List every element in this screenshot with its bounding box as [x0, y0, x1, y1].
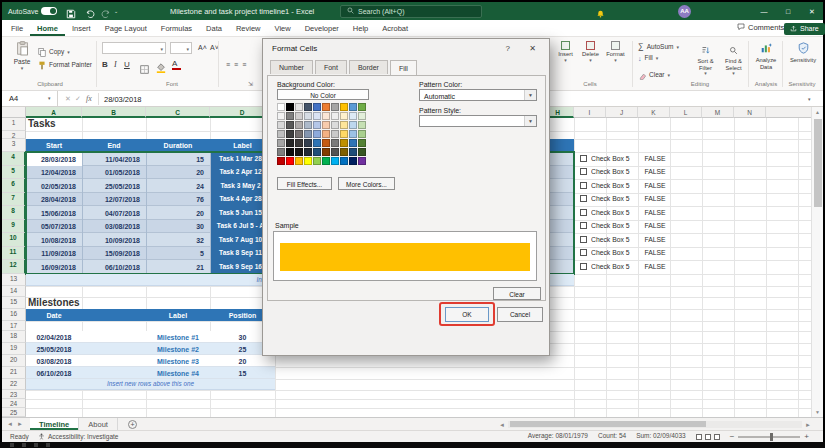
milestone-date-cell[interactable]: 06/10/2018	[26, 367, 82, 379]
milestone-label-cell[interactable]: Milestone #2	[146, 343, 210, 355]
row-header-7[interactable]: 7	[2, 193, 26, 207]
horizontal-scroll-thumb[interactable]	[510, 421, 706, 427]
color-swatch[interactable]	[313, 112, 321, 120]
checkbox-label[interactable]: Check Box 5	[591, 206, 645, 220]
color-swatch[interactable]	[322, 103, 330, 111]
row-header-19[interactable]: 19	[2, 343, 26, 355]
row-header-25[interactable]: 25	[2, 408, 26, 417]
row-header-21[interactable]: 21	[2, 367, 26, 379]
zoom-slider-thumb[interactable]	[770, 433, 773, 441]
color-swatch[interactable]	[331, 121, 339, 129]
dropdown-arrow-icon[interactable]: ▼	[524, 116, 536, 126]
color-swatch[interactable]	[340, 130, 348, 138]
zoom-out-icon[interactable]: −	[730, 433, 735, 441]
color-swatch[interactable]	[286, 148, 294, 156]
checkbox[interactable]	[580, 222, 587, 229]
scroll-down-icon[interactable]: ▼	[812, 410, 823, 415]
color-swatch[interactable]	[304, 157, 312, 165]
checkbox-label[interactable]: Check Box 5	[591, 179, 645, 193]
horizontal-scrollbar[interactable]	[508, 421, 802, 428]
column-header-C[interactable]: C	[146, 107, 210, 118]
pattern-color-dropdown[interactable]: Automatic ▼	[419, 89, 537, 101]
color-swatch[interactable]	[277, 139, 285, 147]
color-swatch[interactable]	[286, 121, 294, 129]
zoom-in-icon[interactable]: +	[804, 433, 809, 441]
color-swatch[interactable]	[322, 130, 330, 138]
color-swatch[interactable]	[349, 157, 357, 165]
color-swatch[interactable]	[313, 121, 321, 129]
row-header-15[interactable]: 15	[2, 297, 26, 309]
zoom-slider[interactable]	[738, 436, 800, 438]
column-header-L[interactable]: L	[670, 107, 702, 118]
color-swatch[interactable]	[322, 112, 330, 120]
color-swatch[interactable]	[304, 139, 312, 147]
row-header-4[interactable]: 4	[2, 152, 26, 166]
color-swatch[interactable]	[340, 148, 348, 156]
row-header-11[interactable]: 11	[2, 247, 26, 261]
checkbox[interactable]	[580, 168, 587, 175]
checkbox[interactable]	[580, 263, 587, 270]
color-swatch[interactable]	[331, 139, 339, 147]
color-swatch[interactable]	[313, 103, 321, 111]
color-swatch[interactable]	[304, 148, 312, 156]
row-header-17[interactable]: 17	[2, 321, 26, 331]
row-header-1[interactable]: 1	[2, 118, 26, 131]
color-swatch[interactable]	[331, 157, 339, 165]
row-header-23[interactable]: 23	[2, 390, 26, 399]
color-swatch[interactable]	[322, 139, 330, 147]
color-swatch[interactable]	[295, 139, 303, 147]
color-swatch[interactable]	[349, 148, 357, 156]
checkbox[interactable]	[580, 249, 587, 256]
new-sheet-button[interactable]: +	[128, 420, 137, 429]
color-swatch[interactable]	[304, 121, 312, 129]
color-swatch[interactable]	[286, 112, 294, 120]
column-header-J[interactable]: J	[606, 107, 638, 118]
color-swatch[interactable]	[286, 139, 294, 147]
checkbox-label[interactable]: Check Box 5	[591, 247, 645, 261]
color-swatch[interactable]	[340, 112, 348, 120]
color-swatch[interactable]	[340, 121, 348, 129]
vertical-scroll-thumb[interactable]	[814, 119, 822, 207]
row-header-3[interactable]: 3	[2, 139, 26, 152]
color-swatch[interactable]	[277, 148, 285, 156]
dialog-tab-number[interactable]: Number	[270, 60, 313, 74]
color-swatch[interactable]	[286, 130, 294, 138]
color-swatch[interactable]	[358, 103, 366, 111]
row-header-9[interactable]: 9	[2, 220, 26, 234]
sheet-tab-timeline[interactable]: Timeline	[30, 418, 79, 431]
row-header-12[interactable]: 12	[2, 260, 26, 274]
checkbox-label[interactable]: Check Box 5	[591, 166, 645, 180]
checkbox[interactable]	[580, 155, 587, 162]
color-swatch[interactable]	[313, 148, 321, 156]
checkbox-label[interactable]: Check Box 5	[591, 152, 645, 166]
color-swatch[interactable]	[286, 103, 294, 111]
sheet-nav-left-icon[interactable]: ◄	[7, 421, 13, 427]
color-swatch[interactable]	[349, 121, 357, 129]
hscroll-right-icon[interactable]: ►	[805, 422, 811, 428]
hscroll-left-icon[interactable]: ◄	[499, 422, 505, 428]
checkbox[interactable]	[580, 182, 587, 189]
column-header-N[interactable]: N	[734, 107, 766, 118]
color-swatch[interactable]	[331, 103, 339, 111]
color-swatch[interactable]	[286, 157, 294, 165]
color-swatch[interactable]	[277, 103, 285, 111]
sheet-nav-right-icon[interactable]: ►	[17, 421, 23, 427]
milestone-label-cell[interactable]: Milestone #1	[146, 331, 210, 343]
row-header-8[interactable]: 8	[2, 206, 26, 220]
row-header-24[interactable]: 24	[2, 399, 26, 408]
dialog-tab-border[interactable]: Border	[349, 60, 388, 74]
color-swatch[interactable]	[304, 103, 312, 111]
color-swatch[interactable]	[313, 130, 321, 138]
row-header-22[interactable]: 22	[2, 379, 26, 390]
checkbox-label[interactable]: Check Box 5	[591, 220, 645, 234]
column-header-M[interactable]: M	[702, 107, 734, 118]
color-swatch[interactable]	[349, 139, 357, 147]
row-header-18[interactable]: 18	[2, 331, 26, 343]
color-swatch[interactable]	[322, 121, 330, 129]
milestone-date-cell[interactable]: 03/08/2018	[26, 355, 82, 367]
color-swatch[interactable]	[358, 148, 366, 156]
milestone-date-cell[interactable]: 02/04/2018	[26, 331, 82, 343]
color-swatch[interactable]	[313, 139, 321, 147]
row-header-16[interactable]: 16	[2, 309, 26, 321]
milestone-label-cell[interactable]: Milestone #4	[146, 367, 210, 379]
